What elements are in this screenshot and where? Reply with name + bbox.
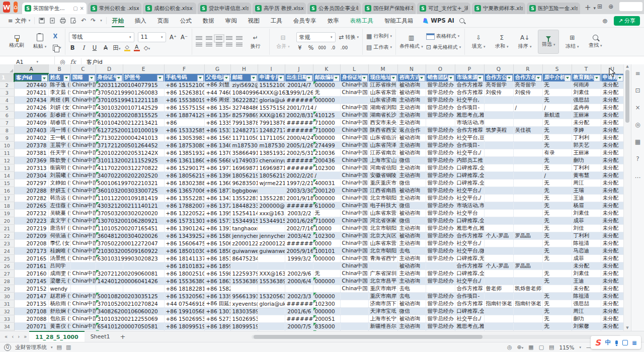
filter-dropdown-button[interactable] <box>477 75 484 81</box>
cell[interactable]: 亮哥留学 <box>484 81 513 89</box>
increase-font-button[interactable]: A⁺ <box>170 34 177 41</box>
cell[interactable]: China中国 <box>340 232 368 240</box>
cell[interactable] <box>513 112 542 119</box>
cell[interactable] <box>513 195 542 202</box>
cell[interactable] <box>513 164 542 172</box>
column-header-P[interactable]: P <box>455 64 484 73</box>
cell[interactable]: / <box>313 104 340 112</box>
table-header-cell[interactable]: 姓名 <box>48 73 70 81</box>
cell[interactable]: 新航道 <box>542 112 572 119</box>
cell[interactable]: 唐浩轩 (男 <box>48 225 70 232</box>
cell[interactable]: 留学总经办 <box>426 164 455 172</box>
undo-icon[interactable]: ↶ <box>81 17 86 24</box>
cell[interactable]: +86 13901242 <box>164 225 204 232</box>
cell[interactable]: 未分配 <box>601 262 624 270</box>
cell-style-button[interactable]: ⊡ 单元格样式▾ <box>426 43 461 52</box>
cell[interactable]: 雅思考点,雅 <box>455 323 484 330</box>
column-header-L[interactable]: L <box>340 64 368 73</box>
cell[interactable]: 留学总经办 <box>426 217 455 225</box>
cell[interactable]: +86 18501030 <box>164 247 204 255</box>
cell[interactable]: 留学总经办 <box>426 278 455 285</box>
cell[interactable]: 无 <box>542 195 572 202</box>
cell[interactable]: 刘妍 (女) <box>48 104 70 112</box>
document-tab[interactable]: S高学历 教授.xlsx <box>253 3 306 14</box>
table-header-cell[interactable]: 合作方名 <box>513 73 542 81</box>
cell[interactable]: 未分配 <box>601 134 624 142</box>
cell[interactable]: 合作项目- <box>455 104 484 112</box>
row-header-11[interactable]: 11 <box>0 149 14 157</box>
cell[interactable]: jennychen <box>230 232 258 240</box>
cell[interactable]: +86 1343982452 <box>204 195 230 202</box>
filter-dropdown-button[interactable] <box>419 75 425 81</box>
cell[interactable]: 未分配 <box>601 149 624 157</box>
prev-sheet-icon[interactable]: ‹ <box>10 334 15 339</box>
cell[interactable]: 被动咨询 <box>397 262 426 270</box>
increase-decimal-button[interactable]: .00 <box>341 45 348 50</box>
borders-button[interactable]: 田▾ <box>113 44 121 52</box>
cell[interactable] <box>513 202 542 210</box>
row-header-18[interactable]: 18 <box>0 202 14 210</box>
filter-dropdown-button[interactable] <box>306 75 312 81</box>
cell[interactable]: ######### <box>285 127 313 134</box>
cell[interactable]: +86 1582391866 <box>204 285 230 293</box>
ime-keyboard-icon[interactable]: ▦ <box>632 340 636 345</box>
print-icon[interactable] <box>60 18 66 24</box>
cell[interactable]: China中国 <box>340 134 368 142</box>
cell[interactable]: 个人-罗晶 <box>484 262 513 270</box>
output-icon[interactable] <box>49 18 55 24</box>
cell[interactable]: +86 1395468251 <box>204 210 230 217</box>
first-sheet-icon[interactable]: « <box>3 334 9 339</box>
cell[interactable]: 2002/3/3 <box>285 293 313 300</box>
cell[interactable]: 未分配 <box>601 300 624 308</box>
table-header-cell[interactable]: 合作方公 <box>484 73 513 81</box>
menu-tab-智能工具箱[interactable]: 智能工具箱 <box>379 14 419 27</box>
cell[interactable]: 陈歆赞 (女 <box>48 157 70 164</box>
document-tab[interactable]: S成都公积金.xlsx <box>143 3 196 14</box>
cell[interactable]: 710000 <box>313 217 340 225</box>
row-header-33[interactable]: 33 <box>0 315 14 323</box>
tab-list-caret-icon[interactable]: ▾ <box>594 6 596 11</box>
cell[interactable]: 留学总经办 <box>426 149 455 157</box>
cell[interactable] <box>230 285 258 293</box>
cell[interactable]: 去电 <box>397 247 426 255</box>
cell[interactable]: 无 <box>542 187 572 195</box>
cell[interactable]: China中国 <box>70 255 96 262</box>
cell[interactable]: 凯烁曾老师 <box>513 285 542 293</box>
cell[interactable]: 000000 <box>313 308 340 315</box>
cell[interactable]: 358664913 <box>230 149 258 157</box>
cell[interactable]: 207409 <box>14 119 48 127</box>
column-header-O[interactable]: O <box>426 64 455 73</box>
cell[interactable]: 无 <box>542 293 572 300</box>
cell[interactable]: +86 13439252 <box>164 232 204 240</box>
cell[interactable]: 刘素佳 <box>572 210 601 217</box>
cell[interactable]: China中国 <box>70 225 96 232</box>
ime-toolbar[interactable]: S 中 ▦ <box>591 336 641 349</box>
cell[interactable]: 主动咨询 <box>397 255 426 262</box>
cell[interactable]: 2001/6/6 <box>285 308 313 315</box>
cell[interactable]: +86 1370140948 <box>204 149 230 157</box>
cell[interactable]: 962835011 <box>230 180 258 187</box>
cell[interactable]: China中国 <box>340 81 368 89</box>
cell[interactable]: 654101200007050581 <box>96 323 123 330</box>
cell[interactable]: 500106199702210321 <box>96 180 123 187</box>
cell[interactable]: 207219 <box>14 225 48 232</box>
sheet-tab-Sheet1[interactable]: Sheet1 <box>85 331 116 342</box>
menu-tab-公式[interactable]: 公式 <box>175 14 197 27</box>
search-icon[interactable] <box>459 18 464 23</box>
cell[interactable]: 835000 <box>313 323 340 330</box>
cell[interactable]: 袁文宇 (女 <box>48 217 70 225</box>
cell[interactable]: 207165 <box>14 255 48 262</box>
underline-button[interactable]: U <box>91 44 99 51</box>
cell[interactable]: 北京市朝阳 <box>368 247 397 255</box>
cell[interactable]: 2001/6/28 <box>285 217 313 225</box>
cell[interactable]: 河南省信阳 <box>368 164 397 172</box>
cell[interactable]: 124827175 <box>230 127 258 134</box>
cell[interactable]: 207208 <box>14 240 48 247</box>
cell[interactable]: China中国 <box>70 232 96 240</box>
row-header-8[interactable]: 8 <box>0 127 14 134</box>
cell[interactable]: 000000 <box>313 195 340 202</box>
cell[interactable]: 410125 <box>313 112 340 119</box>
cell[interactable]: 710000 <box>313 127 340 134</box>
row-header-24[interactable]: 24 <box>0 247 14 255</box>
cell[interactable]: 留学总经办 <box>426 202 455 210</box>
